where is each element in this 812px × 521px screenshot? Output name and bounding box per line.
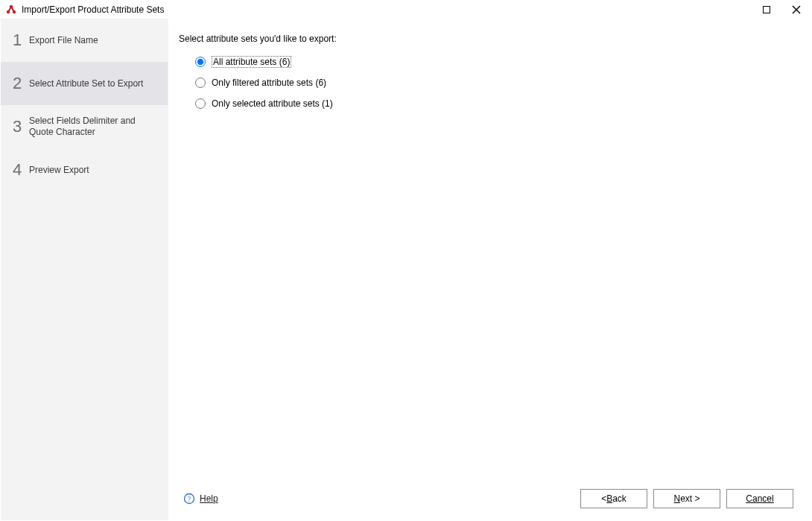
help-icon: ? <box>183 493 195 505</box>
step-label: Export File Name <box>29 35 160 46</box>
wizard-steps-sidebar: 1 Export File Name 2 Select Attribute Se… <box>1 19 168 520</box>
wizard-footer: ? Help < Back Next > Cancel <box>179 483 796 513</box>
radio-label: Only selected attribute sets (1) <box>212 98 333 109</box>
attribute-set-options: All attribute sets (6) Only filtered att… <box>195 51 796 114</box>
help-link[interactable]: ? Help <box>183 493 218 505</box>
option-selected-attribute-sets[interactable]: Only selected attribute sets (1) <box>195 93 796 114</box>
maximize-icon <box>762 5 771 14</box>
step-number: 3 <box>13 117 29 136</box>
wizard-body: 1 Export File Name 2 Select Attribute Se… <box>1 19 811 520</box>
svg-rect-3 <box>764 7 770 13</box>
selection-prompt: Select attribute sets you'd like to expo… <box>179 34 796 44</box>
titlebar: Import/Export Product Attribute Sets <box>1 1 811 19</box>
step-number: 1 <box>13 31 29 50</box>
window-title: Import/Export Product Attribute Sets <box>22 4 164 15</box>
close-button[interactable] <box>781 1 811 19</box>
close-icon <box>791 4 802 15</box>
svg-text:?: ? <box>188 495 191 503</box>
option-all-attribute-sets[interactable]: All attribute sets (6) <box>195 51 796 72</box>
radio-input-selected[interactable] <box>195 98 206 109</box>
radio-input-filtered[interactable] <box>195 78 206 88</box>
step-number: 2 <box>13 74 29 93</box>
wizard-step-3[interactable]: 3 Select Fields Delimiter and Quote Char… <box>1 105 168 148</box>
step-label: Select Attribute Set to Export <box>29 78 160 89</box>
back-button[interactable]: < Back <box>580 489 647 508</box>
wizard-content: Select attribute sets you'd like to expo… <box>168 19 811 520</box>
radio-label: Only filtered attribute sets (6) <box>212 78 326 88</box>
option-filtered-attribute-sets[interactable]: Only filtered attribute sets (6) <box>195 72 796 93</box>
step-label: Select Fields Delimiter and Quote Charac… <box>29 116 160 138</box>
maximize-button[interactable] <box>752 1 781 19</box>
next-button[interactable]: Next > <box>653 489 720 508</box>
step-number: 4 <box>13 160 29 180</box>
radio-label: All attribute sets (6) <box>212 56 291 68</box>
help-label: Help <box>200 493 218 504</box>
app-icon <box>5 4 17 16</box>
wizard-step-4[interactable]: 4 Preview Export <box>1 148 168 192</box>
step-label: Preview Export <box>29 165 160 176</box>
wizard-step-2[interactable]: 2 Select Attribute Set to Export <box>1 62 168 105</box>
wizard-window: Import/Export Product Attribute Sets 1 E… <box>0 0 812 521</box>
wizard-step-1[interactable]: 1 Export File Name <box>1 19 168 62</box>
cancel-button[interactable]: Cancel <box>726 489 793 508</box>
radio-input-all[interactable] <box>195 57 206 67</box>
